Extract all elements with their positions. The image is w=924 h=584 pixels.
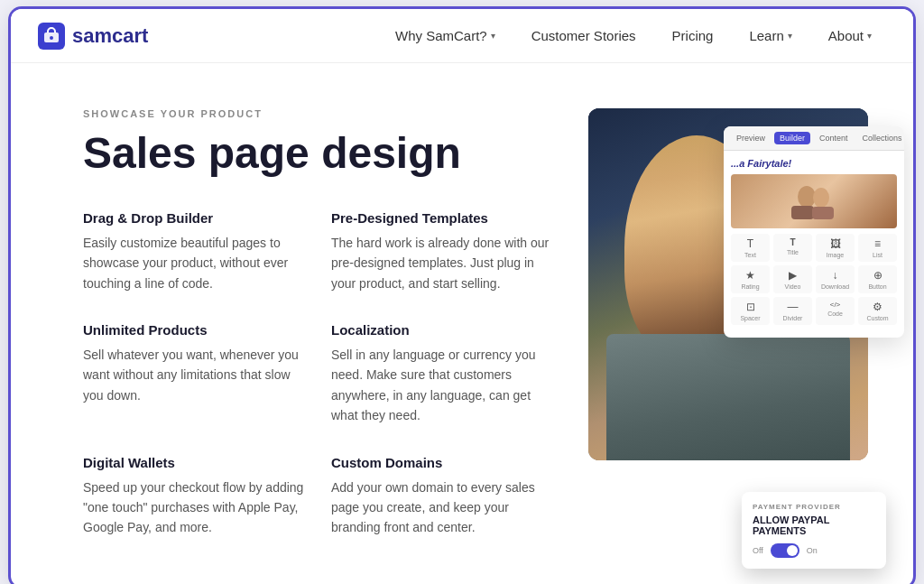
ui-icon-rating[interactable]: ★Rating xyxy=(731,265,770,293)
payment-title: ALLOW PAYPAL PAYMENTS xyxy=(753,514,875,536)
feature-desc: Add your own domain to every sales page … xyxy=(331,477,552,538)
feature-desc: Easily customize beautiful pages to show… xyxy=(83,233,304,293)
ui-heading: ...a Fairytale! xyxy=(731,158,897,169)
svg-rect-5 xyxy=(812,207,834,219)
main-content: SHOWCASE YOUR PRODUCT Sales page design … xyxy=(11,63,913,584)
feature-wallets: Digital Wallets Speed up your checkout f… xyxy=(83,455,304,538)
tab-preview[interactable]: Preview xyxy=(731,132,771,144)
ui-icon-spacer[interactable]: ⊡Spacer xyxy=(731,297,770,325)
nav-item-about[interactable]: About ▾ xyxy=(814,21,886,51)
ui-body: ...a Fairytale! TText TTitle 🖼Image xyxy=(724,151,904,338)
tab-builder[interactable]: Builder xyxy=(774,132,810,144)
feature-title: Unlimited Products xyxy=(83,322,304,338)
logo-text: samcart xyxy=(72,24,148,48)
list-icon: ≡ xyxy=(874,237,881,250)
ui-icon-code[interactable]: </>Code xyxy=(816,297,855,325)
nav-item-stories[interactable]: Customer Stories xyxy=(517,21,651,51)
ui-overlay: Preview Builder Content Collections Sett… xyxy=(724,126,904,338)
payment-popup: Payment Provider ALLOW PAYPAL PAYMENTS O… xyxy=(742,492,886,569)
chevron-down-icon: ▾ xyxy=(867,31,872,41)
paypal-toggle[interactable] xyxy=(771,543,799,558)
ui-icon-button[interactable]: ⊕Button xyxy=(858,265,897,293)
nav-item-why[interactable]: Why SamCart? ▾ xyxy=(381,21,510,51)
logo-icon xyxy=(38,23,65,50)
button-icon: ⊕ xyxy=(873,269,882,282)
spacer-icon: ⊡ xyxy=(746,301,755,313)
ui-icons-grid: TText TTitle 🖼Image ≡List ★Rating ▶Video… xyxy=(731,234,897,325)
feature-desc: Sell in any language or currency you nee… xyxy=(331,345,552,426)
chevron-down-icon: ▾ xyxy=(491,31,495,41)
svg-point-2 xyxy=(798,186,816,208)
page-title: Sales page design xyxy=(83,130,552,178)
title-icon: T xyxy=(790,237,795,247)
payment-label: Payment Provider xyxy=(753,503,875,511)
feature-templates: Pre-Designed Templates The hard work is … xyxy=(331,210,552,293)
payment-toggle-row: Off On xyxy=(753,543,875,558)
feature-title: Drag & Drop Builder xyxy=(83,210,304,226)
section-label: SHOWCASE YOUR PRODUCT xyxy=(83,108,552,119)
feature-title: Localization xyxy=(331,322,552,338)
feature-desc: Speed up your checkout flow by adding "o… xyxy=(83,477,304,538)
text-icon: T xyxy=(747,237,753,250)
feature-unlimited: Unlimited Products Sell whatever you wan… xyxy=(83,322,304,426)
svg-point-3 xyxy=(813,188,829,208)
feature-desc: Sell whatever you want, whenever you wan… xyxy=(83,345,304,405)
svg-point-1 xyxy=(50,36,53,40)
nav-item-learn[interactable]: Learn ▾ xyxy=(735,21,806,51)
couple-image-thumbnail xyxy=(731,174,897,228)
tab-collections[interactable]: Collections xyxy=(857,132,904,144)
logo[interactable]: samcart xyxy=(38,23,148,50)
feature-domains: Custom Domains Add your own domain to ev… xyxy=(331,455,552,538)
download-icon: ↓ xyxy=(833,269,838,282)
rating-icon: ★ xyxy=(745,269,755,282)
navbar: samcart Why SamCart? ▾ Customer Stories … xyxy=(11,9,913,63)
ui-icon-custom[interactable]: ⚙Custom xyxy=(858,297,897,325)
ui-icon-video[interactable]: ▶Video xyxy=(773,265,812,293)
feature-drag-drop: Drag & Drop Builder Easily customize bea… xyxy=(83,210,304,293)
code-icon: </> xyxy=(830,301,841,309)
feature-localization: Localization Sell in any language or cur… xyxy=(331,322,552,426)
feature-title: Custom Domains xyxy=(331,455,552,470)
nav-item-pricing[interactable]: Pricing xyxy=(658,21,728,51)
feature-desc: The hard work is already done with our p… xyxy=(331,233,552,293)
page-wrapper: samcart Why SamCart? ▾ Customer Stories … xyxy=(11,9,913,584)
custom-icon: ⚙ xyxy=(873,301,882,313)
svg-rect-4 xyxy=(791,206,814,219)
video-icon: ▶ xyxy=(789,269,797,282)
right-content: Preview Builder Content Collections Sett… xyxy=(588,108,868,542)
ui-icon-text[interactable]: TText xyxy=(731,234,770,262)
toggle-on-label: On xyxy=(807,546,818,555)
ui-icon-download[interactable]: ↓Download xyxy=(816,265,855,293)
feature-title: Digital Wallets xyxy=(83,455,304,470)
features-grid: Drag & Drop Builder Easily customize bea… xyxy=(83,210,552,538)
ui-icon-image[interactable]: 🖼Image xyxy=(816,234,855,262)
ui-overlay-header: Preview Builder Content Collections Sett… xyxy=(724,126,904,151)
ui-icon-title[interactable]: TTitle xyxy=(773,234,812,262)
feature-title: Pre-Designed Templates xyxy=(331,210,552,226)
divider-icon: — xyxy=(788,301,799,313)
left-content: SHOWCASE YOUR PRODUCT Sales page design … xyxy=(83,108,552,542)
nav-links: Why SamCart? ▾ Customer Stories Pricing … xyxy=(381,21,886,51)
tab-content[interactable]: Content xyxy=(814,132,854,144)
chevron-down-icon: ▾ xyxy=(788,31,792,41)
toggle-off-label: Off xyxy=(753,546,763,555)
ui-icon-list[interactable]: ≡List xyxy=(858,234,897,262)
image-icon: 🖼 xyxy=(830,237,841,250)
ui-icon-divider[interactable]: —Divider xyxy=(773,297,812,325)
